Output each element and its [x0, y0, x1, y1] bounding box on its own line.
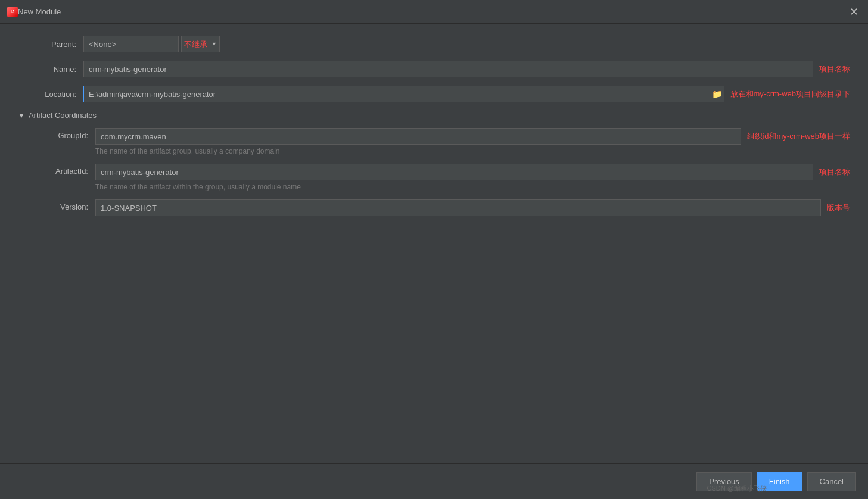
location-label: Location:: [18, 90, 83, 99]
app-icon: IJ: [7, 7, 18, 17]
artifactid-label: ArtifactId:: [30, 164, 95, 176]
artifactid-field-group: 项目名称 The name of the artifact within the…: [95, 164, 850, 196]
watermark: CSDN @编程小飞侠: [707, 484, 767, 493]
artifact-section: GroupId: 组织id和my-crm-web项目一样 The name of…: [30, 128, 850, 216]
cancel-button[interactable]: Cancel: [807, 472, 856, 491]
inherit-select-wrapper: 不继承: [179, 36, 220, 52]
dialog-footer: Previous Finish Cancel CSDN @编程小飞侠: [0, 463, 868, 499]
parent-input[interactable]: [83, 36, 179, 52]
location-input-wrapper: 📁: [83, 86, 724, 102]
version-input[interactable]: [95, 199, 821, 216]
section-collapse-arrow[interactable]: ▼: [18, 111, 25, 120]
location-input[interactable]: [83, 86, 724, 102]
section-title: Artifact Coordinates: [29, 111, 97, 120]
parent-label: Parent:: [18, 40, 83, 49]
artifactid-input[interactable]: [95, 164, 813, 180]
name-input[interactable]: [83, 61, 813, 77]
name-label: Name:: [18, 65, 83, 74]
version-label: Version:: [30, 199, 95, 211]
name-annotation: 项目名称: [819, 64, 850, 74]
artifactid-annotation: 项目名称: [819, 167, 850, 177]
inherit-select[interactable]: 不继承: [181, 36, 220, 52]
groupid-hint: The name of the artifact group, usually …: [95, 147, 850, 155]
artifact-section-header: ▼ Artifact Coordinates: [18, 111, 850, 120]
folder-browse-icon[interactable]: 📁: [712, 89, 722, 99]
title-bar: IJ New Module ✕: [0, 0, 868, 24]
artifactid-hint: The name of the artifact within the grou…: [95, 183, 850, 191]
name-row: Name: 项目名称: [18, 61, 850, 77]
artifactid-input-row: 项目名称: [95, 164, 850, 180]
groupid-annotation: 组织id和my-crm-web项目一样: [747, 131, 850, 142]
groupid-input-row: 组织id和my-crm-web项目一样: [95, 128, 850, 145]
groupid-input[interactable]: [95, 128, 741, 145]
location-annotation: 放在和my-crm-web项目同级目录下: [730, 89, 851, 99]
version-field-group: 版本号: [95, 199, 850, 216]
new-module-dialog: IJ New Module ✕ Parent: 不继承 Name: 项目名称: [0, 0, 868, 499]
location-row: Location: 📁 放在和my-crm-web项目同级目录下: [18, 86, 850, 102]
version-input-row: 版本号: [95, 199, 850, 216]
parent-row: Parent: 不继承: [18, 36, 850, 52]
groupid-label: GroupId:: [30, 128, 95, 140]
groupid-row: GroupId: 组织id和my-crm-web项目一样 The name of…: [30, 128, 850, 160]
artifactid-row: ArtifactId: 项目名称 The name of the artifac…: [30, 164, 850, 196]
groupid-field-group: 组织id和my-crm-web项目一样 The name of the arti…: [95, 128, 850, 160]
dialog-content: Parent: 不继承 Name: 项目名称 Location: 📁: [0, 24, 868, 463]
parent-controls: 不继承: [83, 36, 220, 52]
version-annotation: 版本号: [827, 202, 850, 213]
close-button[interactable]: ✕: [847, 7, 861, 17]
version-row: Version: 版本号: [30, 199, 850, 216]
dialog-title: New Module: [18, 7, 847, 16]
